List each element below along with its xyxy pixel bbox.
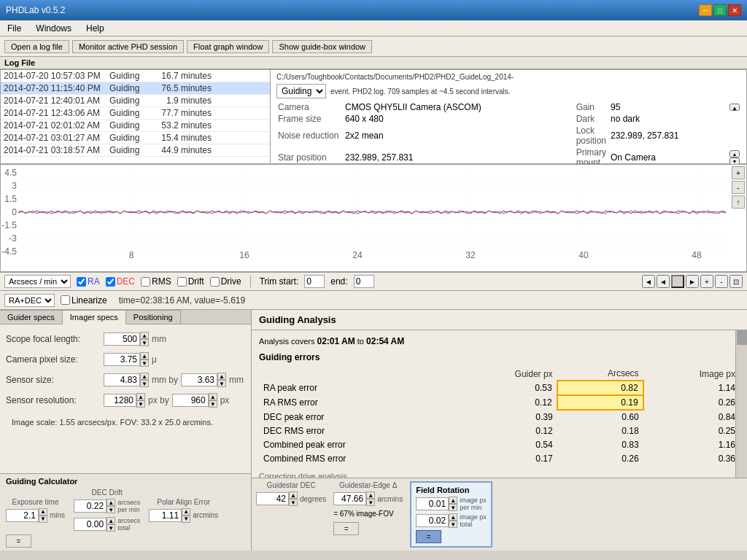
sensor-res-h-down[interactable]: ▼	[209, 400, 217, 408]
dec-drift-input2[interactable]	[74, 518, 107, 531]
sensor-size-w-up[interactable]: ▲	[140, 373, 149, 380]
guidestar-dec-up[interactable]: ▲	[289, 491, 298, 499]
trim-start-input[interactable]	[304, 275, 325, 288]
field-rot-input2[interactable]	[416, 514, 449, 527]
rms-label: RMS	[152, 276, 171, 287]
polar-align-up[interactable]: ▲	[182, 508, 190, 516]
pixel-size-down[interactable]: ▼	[140, 359, 149, 367]
focal-length-down[interactable]: ▼	[140, 339, 149, 346]
rms-checkbox[interactable]	[141, 277, 150, 287]
list-item[interactable]: 2014-07-20 10:57:03 PM Guiding 16.7 minu…	[1, 70, 270, 82]
close-button[interactable]: ✕	[728, 4, 741, 16]
minimize-button[interactable]: ─	[699, 4, 712, 16]
menu-file[interactable]: File	[3, 23, 26, 34]
unit-select[interactable]: Arcsecs / min	[4, 275, 71, 288]
dec-drift-down2[interactable]: ▼	[107, 524, 115, 532]
maximize-button[interactable]: □	[713, 4, 727, 16]
scroll-thumb[interactable]	[737, 330, 747, 345]
show-guidebox-button[interactable]: Show guide-box window	[272, 40, 372, 53]
list-item[interactable]: 2014-07-21 12:43:06 AM Guiding 77.7 minu…	[1, 107, 270, 120]
graph-toolbar: Arcsecs / min RA DEC RMS Drift Drive Tri…	[0, 272, 747, 291]
linearize-checkbox[interactable]	[61, 295, 70, 305]
analysis-content[interactable]: Analysis covers 02:01 AM to 02:54 AM Gui…	[252, 330, 747, 478]
scroll-btn[interactable]: ▲	[729, 101, 740, 113]
list-item[interactable]: 2014-07-21 02:01:02 AM Guiding 53.2 minu…	[1, 120, 270, 132]
focal-length-up[interactable]: ▲	[140, 332, 149, 339]
field-rot-equals-btn[interactable]: =	[416, 530, 441, 543]
zoom-out-btn2[interactable]: -	[715, 275, 728, 288]
guidestar-dec-unit: degrees	[300, 495, 326, 503]
log-list[interactable]: 2014-07-20 10:57:03 PM Guiding 16.7 minu…	[1, 70, 271, 163]
tab-imager-specs[interactable]: Imager specs	[63, 310, 126, 324]
sensor-res-w-up[interactable]: ▲	[136, 393, 145, 400]
dec-drift-input1[interactable]	[74, 499, 107, 513]
guiding-dropdown[interactable]: Guiding	[276, 84, 326, 98]
nav-prev-btn[interactable]: ◄	[657, 275, 670, 288]
pixel-size-input[interactable]	[104, 353, 140, 366]
field-rot-up1[interactable]: ▲	[449, 497, 457, 504]
nav-first-btn[interactable]: ◄	[642, 275, 655, 288]
reset-button[interactable]: ↑	[732, 195, 745, 209]
sensor-size-h-down[interactable]: ▼	[217, 380, 226, 387]
list-item[interactable]: 2014-07-21 03:01:27 AM Guiding 15.4 minu…	[1, 132, 270, 144]
scroll-up-btn[interactable]: ▲	[729, 150, 740, 158]
guidestar-dec-down[interactable]: ▼	[289, 499, 298, 506]
combined-peak-label: Combined peak error	[259, 438, 456, 452]
sensor-res-w-down[interactable]: ▼	[136, 400, 145, 408]
float-graph-button[interactable]: Float graph window	[187, 40, 269, 53]
sensor-size-w-down[interactable]: ▼	[140, 380, 149, 387]
guidestar-edge-up[interactable]: ▲	[366, 491, 375, 499]
end-input[interactable]	[354, 275, 374, 288]
calc-equals-btn[interactable]: =	[6, 534, 31, 548]
open-log-button[interactable]: Open a log file	[4, 40, 69, 53]
field-rot-down2[interactable]: ▼	[449, 521, 457, 528]
field-rot-down1[interactable]: ▼	[449, 504, 457, 511]
nav-next-btn[interactable]: ►	[686, 275, 699, 288]
sensor-res-h-input[interactable]	[172, 394, 209, 407]
exposure-label: Exposure time	[6, 498, 65, 506]
polar-align-input[interactable]	[149, 509, 182, 522]
dec-checkbox[interactable]	[106, 277, 115, 287]
exposure-down[interactable]: ▼	[39, 516, 47, 523]
zoom-out-button[interactable]: -	[732, 181, 745, 194]
exposure-input[interactable]	[6, 509, 39, 522]
menu-help[interactable]: Help	[82, 23, 109, 34]
ra-dec-select[interactable]: RA+DEC	[4, 294, 55, 307]
svg-text:24: 24	[352, 250, 363, 260]
exposure-up[interactable]: ▲	[39, 508, 47, 516]
guidestar-edge-down[interactable]: ▼	[366, 499, 375, 506]
fit-btn[interactable]: ⊡	[729, 275, 743, 288]
list-item[interactable]: 2014-07-21 12:40:01 AM Guiding 1.9 minut…	[1, 95, 270, 107]
logfile-area: 2014-07-20 10:57:03 PM Guiding 16.7 minu…	[0, 69, 747, 164]
polar-align-down[interactable]: ▼	[182, 516, 190, 523]
log-path: C:/Users/Toughbook/Contacts/Documents/PH…	[276, 73, 514, 81]
guidestar-dec-input[interactable]	[256, 492, 289, 505]
field-rot-input1[interactable]	[416, 497, 449, 510]
dec-drift-up1[interactable]: ▲	[107, 499, 115, 506]
zoom-in-btn2[interactable]: +	[700, 275, 713, 288]
drift-checkbox[interactable]	[177, 277, 187, 287]
pixel-size-up[interactable]: ▲	[140, 352, 149, 359]
ra-checkbox[interactable]	[77, 277, 86, 287]
list-item[interactable]: 2014-07-20 11:15:40 PM Guiding 76.5 minu…	[1, 82, 270, 95]
dec-drift-up2[interactable]: ▲	[107, 517, 115, 524]
sensor-size-h-input[interactable]	[181, 373, 217, 386]
zoom-in-button[interactable]: +	[732, 166, 745, 179]
menu-windows[interactable]: Windows	[31, 23, 76, 34]
monitor-phd-button[interactable]: Monitor active PHD session	[72, 40, 184, 53]
guidestar-edge-input[interactable]	[333, 492, 366, 505]
scrollbar[interactable]	[735, 330, 747, 478]
titlebar: PHDLab v0.5.2 ─ □ ✕	[0, 0, 747, 20]
sensor-size-w-input[interactable]	[104, 373, 140, 386]
dec-drift-down1[interactable]: ▼	[107, 506, 115, 513]
sensor-res-h-up[interactable]: ▲	[209, 393, 217, 400]
guidestar-equals-btn[interactable]: =	[333, 522, 359, 535]
tab-guider-specs[interactable]: Guider specs	[0, 310, 63, 324]
list-item[interactable]: 2014-07-21 03:18:57 AM Guiding 44.9 minu…	[1, 144, 270, 157]
field-rot-up2[interactable]: ▲	[449, 513, 457, 521]
sensor-size-h-up[interactable]: ▲	[217, 373, 226, 380]
drive-checkbox[interactable]	[210, 277, 220, 287]
sensor-res-w-input[interactable]	[104, 394, 136, 407]
tab-positioning[interactable]: Positioning	[126, 310, 181, 324]
focal-length-input[interactable]	[104, 332, 140, 346]
